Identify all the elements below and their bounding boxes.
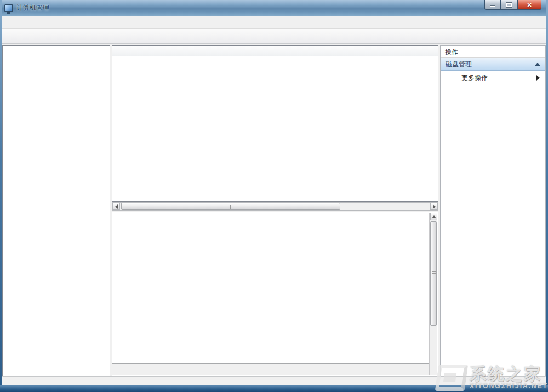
scroll-left-icon [115, 204, 118, 209]
toolbar [2, 29, 546, 44]
scroll-left-button[interactable] [112, 203, 120, 210]
close-icon: × [527, 1, 532, 9]
submenu-arrow-icon [536, 75, 540, 81]
status-bar [2, 376, 546, 385]
disk-graphical-pane [112, 212, 438, 376]
console-tree-pane [2, 45, 110, 376]
vertical-scrollbar[interactable] [429, 213, 437, 375]
window-title: 计算机管理 [16, 3, 49, 13]
scroll-up-icon [432, 215, 436, 218]
scroll-right-icon [433, 204, 436, 209]
scroll-up-button[interactable] [430, 213, 437, 220]
collapse-icon[interactable] [535, 63, 540, 66]
horizontal-scrollbar[interactable] [112, 202, 438, 211]
volume-list-header [112, 46, 438, 56]
vertical-scroll-thumb[interactable] [430, 221, 437, 326]
volume-list-pane [112, 45, 438, 202]
computer-management-window: 计算机管理 × 操作 磁盘管理 [0, 0, 548, 392]
minimize-button[interactable] [484, 0, 501, 10]
more-actions-item[interactable]: 更多操作 [441, 71, 545, 85]
actions-pane: 操作 磁盘管理 更多操作 [440, 45, 546, 376]
title-bar[interactable]: 计算机管理 × [0, 0, 548, 16]
disk-management-section-header[interactable]: 磁盘管理 [441, 58, 545, 71]
horizontal-scroll-thumb[interactable] [121, 203, 340, 210]
app-icon [4, 4, 13, 12]
close-button[interactable]: × [517, 0, 541, 10]
window-border-bottom [0, 385, 548, 392]
partition-legend [112, 363, 429, 375]
disk-management-section-label: 磁盘管理 [446, 60, 472, 69]
window-border-left [0, 0, 2, 392]
scroll-right-button[interactable] [430, 203, 438, 210]
more-actions-label: 更多操作 [461, 73, 488, 83]
maximize-icon [506, 3, 512, 7]
minimize-icon [490, 5, 495, 7]
window-border-right [546, 0, 548, 392]
actions-header: 操作 [441, 46, 545, 58]
maximize-button[interactable] [501, 0, 517, 10]
menu-bar [2, 16, 546, 29]
